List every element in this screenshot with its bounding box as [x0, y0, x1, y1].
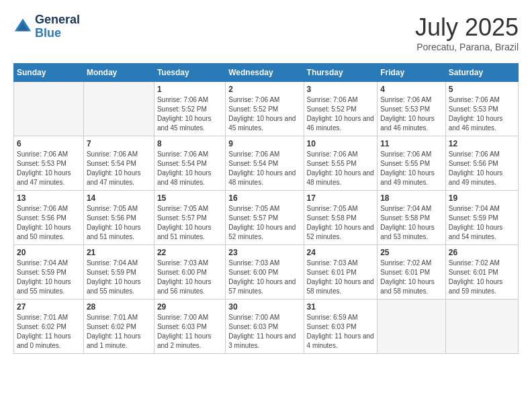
calendar-cell: 22Sunrise: 7:03 AM Sunset: 6:00 PM Dayli…: [154, 245, 225, 300]
day-number: 26: [449, 248, 515, 257]
day-number: 1: [157, 85, 222, 94]
calendar-body: 1Sunrise: 7:06 AM Sunset: 5:52 PM Daylig…: [14, 82, 519, 354]
day-info: Sunrise: 7:04 AM Sunset: 5:58 PM Dayligh…: [380, 204, 443, 242]
day-info: Sunrise: 7:06 AM Sunset: 5:52 PM Dayligh…: [228, 95, 300, 133]
logo-text: General Blue: [35, 13, 80, 40]
day-info: Sunrise: 7:03 AM Sunset: 6:01 PM Dayligh…: [307, 259, 375, 296]
calendar-week-row: 27Sunrise: 7:01 AM Sunset: 6:02 PM Dayli…: [14, 300, 519, 354]
calendar-cell: 29Sunrise: 7:00 AM Sunset: 6:03 PM Dayli…: [154, 300, 225, 354]
month-year: July 2025: [415, 13, 519, 42]
day-info: Sunrise: 7:03 AM Sunset: 6:00 PM Dayligh…: [157, 259, 222, 296]
weekday-header: Sunday: [14, 64, 84, 82]
day-info: Sunrise: 7:05 AM Sunset: 5:56 PM Dayligh…: [87, 204, 151, 242]
day-info: Sunrise: 7:06 AM Sunset: 5:53 PM Dayligh…: [17, 150, 81, 187]
calendar-cell: 3Sunrise: 7:06 AM Sunset: 5:52 PM Daylig…: [304, 82, 378, 136]
calendar-cell: 2Sunrise: 7:06 AM Sunset: 5:52 PM Daylig…: [226, 82, 304, 136]
calendar-cell: 24Sunrise: 7:03 AM Sunset: 6:01 PM Dayli…: [304, 245, 378, 300]
title-area: July 2025 Porecatu, Parana, Brazil: [415, 13, 519, 52]
calendar-cell: 1Sunrise: 7:06 AM Sunset: 5:52 PM Daylig…: [154, 82, 225, 136]
day-info: Sunrise: 7:01 AM Sunset: 6:02 PM Dayligh…: [87, 313, 151, 351]
calendar-cell: 27Sunrise: 7:01 AM Sunset: 6:02 PM Dayli…: [14, 300, 84, 354]
logo-general: General: [35, 13, 80, 27]
weekday-header: Friday: [378, 64, 446, 82]
day-info: Sunrise: 7:06 AM Sunset: 5:55 PM Dayligh…: [380, 150, 443, 187]
day-number: 22: [157, 248, 222, 257]
calendar-cell: [378, 300, 446, 354]
calendar-cell: 12Sunrise: 7:06 AM Sunset: 5:56 PM Dayli…: [445, 136, 518, 191]
day-number: 21: [87, 248, 151, 257]
calendar-cell: 23Sunrise: 7:03 AM Sunset: 6:00 PM Dayli…: [226, 245, 304, 300]
calendar-cell: 30Sunrise: 7:00 AM Sunset: 6:03 PM Dayli…: [226, 300, 304, 354]
calendar-cell: 17Sunrise: 7:05 AM Sunset: 5:58 PM Dayli…: [304, 191, 378, 245]
day-info: Sunrise: 7:06 AM Sunset: 5:52 PM Dayligh…: [157, 95, 222, 133]
day-info: Sunrise: 7:06 AM Sunset: 5:55 PM Dayligh…: [307, 150, 375, 187]
day-number: 6: [17, 139, 81, 148]
weekday-header: Wednesday: [226, 64, 304, 82]
calendar-cell: [83, 82, 154, 136]
day-number: 25: [380, 248, 443, 257]
day-info: Sunrise: 7:00 AM Sunset: 6:03 PM Dayligh…: [157, 313, 222, 351]
day-number: 23: [228, 248, 300, 257]
calendar-header-row: SundayMondayTuesdayWednesdayThursdayFrid…: [14, 64, 519, 82]
day-number: 18: [380, 193, 443, 203]
day-number: 9: [228, 139, 300, 148]
calendar-cell: 11Sunrise: 7:06 AM Sunset: 5:55 PM Dayli…: [378, 136, 446, 191]
day-info: Sunrise: 7:05 AM Sunset: 5:57 PM Dayligh…: [228, 204, 300, 242]
day-info: Sunrise: 7:04 AM Sunset: 5:59 PM Dayligh…: [449, 204, 515, 242]
day-number: 14: [87, 193, 151, 203]
calendar-cell: 6Sunrise: 7:06 AM Sunset: 5:53 PM Daylig…: [14, 136, 84, 191]
day-number: 29: [157, 302, 222, 312]
day-info: Sunrise: 7:05 AM Sunset: 5:57 PM Dayligh…: [157, 204, 222, 242]
day-info: Sunrise: 7:02 AM Sunset: 6:01 PM Dayligh…: [380, 259, 443, 296]
logo: General Blue: [13, 13, 80, 40]
day-info: Sunrise: 7:06 AM Sunset: 5:56 PM Dayligh…: [449, 150, 515, 187]
calendar-cell: 7Sunrise: 7:06 AM Sunset: 5:54 PM Daylig…: [83, 136, 154, 191]
logo-icon: [13, 17, 32, 36]
calendar-week-row: 13Sunrise: 7:06 AM Sunset: 5:56 PM Dayli…: [14, 191, 519, 245]
day-info: Sunrise: 7:00 AM Sunset: 6:03 PM Dayligh…: [228, 313, 300, 351]
day-info: Sunrise: 7:03 AM Sunset: 6:00 PM Dayligh…: [228, 259, 300, 296]
day-info: Sunrise: 7:06 AM Sunset: 5:54 PM Dayligh…: [228, 150, 300, 187]
day-number: 31: [307, 302, 375, 312]
weekday-header: Thursday: [304, 64, 378, 82]
day-info: Sunrise: 7:06 AM Sunset: 5:53 PM Dayligh…: [449, 95, 515, 133]
calendar-cell: 31Sunrise: 6:59 AM Sunset: 6:03 PM Dayli…: [304, 300, 378, 354]
day-number: 24: [307, 248, 375, 257]
calendar-cell: [14, 82, 84, 136]
day-number: 12: [449, 139, 515, 148]
day-number: 28: [87, 302, 151, 312]
page-header: General Blue July 2025 Porecatu, Parana,…: [13, 13, 519, 52]
day-number: 20: [17, 248, 81, 257]
calendar-week-row: 6Sunrise: 7:06 AM Sunset: 5:53 PM Daylig…: [14, 136, 519, 191]
day-number: 4: [380, 85, 443, 94]
day-number: 16: [228, 193, 300, 203]
calendar-cell: 21Sunrise: 7:04 AM Sunset: 5:59 PM Dayli…: [83, 245, 154, 300]
day-number: 17: [307, 193, 375, 203]
day-number: 3: [307, 85, 375, 94]
day-number: 13: [17, 193, 81, 203]
calendar-cell: 25Sunrise: 7:02 AM Sunset: 6:01 PM Dayli…: [378, 245, 446, 300]
calendar-cell: 8Sunrise: 7:06 AM Sunset: 5:54 PM Daylig…: [154, 136, 225, 191]
weekday-header: Monday: [83, 64, 154, 82]
calendar-cell: 28Sunrise: 7:01 AM Sunset: 6:02 PM Dayli…: [83, 300, 154, 354]
calendar-cell: 15Sunrise: 7:05 AM Sunset: 5:57 PM Dayli…: [154, 191, 225, 245]
day-number: 5: [449, 85, 515, 94]
day-info: Sunrise: 7:04 AM Sunset: 5:59 PM Dayligh…: [17, 259, 81, 296]
day-info: Sunrise: 6:59 AM Sunset: 6:03 PM Dayligh…: [307, 313, 375, 351]
calendar-cell: 13Sunrise: 7:06 AM Sunset: 5:56 PM Dayli…: [14, 191, 84, 245]
day-number: 15: [157, 193, 222, 203]
calendar-cell: 4Sunrise: 7:06 AM Sunset: 5:53 PM Daylig…: [378, 82, 446, 136]
calendar-cell: 26Sunrise: 7:02 AM Sunset: 6:01 PM Dayli…: [445, 245, 518, 300]
calendar-cell: 19Sunrise: 7:04 AM Sunset: 5:59 PM Dayli…: [445, 191, 518, 245]
calendar-cell: 14Sunrise: 7:05 AM Sunset: 5:56 PM Dayli…: [83, 191, 154, 245]
day-number: 30: [228, 302, 300, 312]
day-info: Sunrise: 7:01 AM Sunset: 6:02 PM Dayligh…: [17, 313, 81, 351]
weekday-header: Saturday: [445, 64, 518, 82]
calendar-cell: 18Sunrise: 7:04 AM Sunset: 5:58 PM Dayli…: [378, 191, 446, 245]
calendar-week-row: 1Sunrise: 7:06 AM Sunset: 5:52 PM Daylig…: [14, 82, 519, 136]
day-info: Sunrise: 7:05 AM Sunset: 5:58 PM Dayligh…: [307, 204, 375, 242]
day-info: Sunrise: 7:06 AM Sunset: 5:54 PM Dayligh…: [87, 150, 151, 187]
calendar-cell: [445, 300, 518, 354]
logo-blue: Blue: [35, 27, 80, 40]
calendar-cell: 16Sunrise: 7:05 AM Sunset: 5:57 PM Dayli…: [226, 191, 304, 245]
